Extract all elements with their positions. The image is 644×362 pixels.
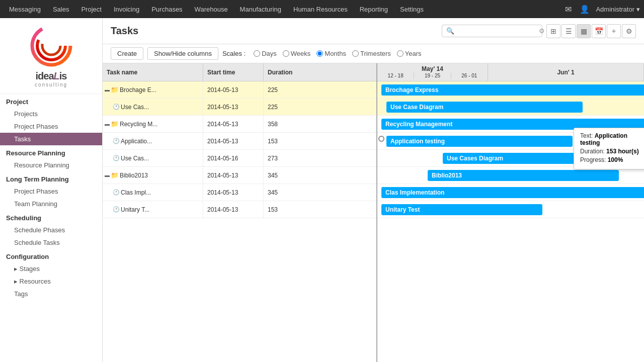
- scale-trimesters[interactable]: Trimesters: [352, 50, 391, 57]
- gantt-chart-rows: Brochage Express Use Case Diagram: [377, 81, 644, 218]
- nav-project[interactable]: Project: [76, 3, 106, 16]
- create-button[interactable]: Create: [111, 47, 143, 60]
- group-icon: 📁: [111, 171, 119, 179]
- bar-label: Use Cases Diagram: [447, 155, 503, 162]
- row-task-name: ▬ 📁 Brochage E...: [103, 81, 203, 98]
- clock-icon: 🕐: [113, 206, 120, 213]
- sidebar-item-schedule-phases[interactable]: Schedule Phases: [0, 224, 102, 236]
- nav-messaging[interactable]: Messaging: [4, 3, 46, 16]
- row-start: 2014-05-13: [203, 167, 264, 184]
- scale-months[interactable]: Months: [316, 50, 346, 57]
- chart-row-1: Use Case Diagram: [377, 99, 644, 116]
- gantt-bar-brochage[interactable]: Brochage Express: [381, 84, 644, 96]
- tooltip-progress-label: Progress:: [580, 156, 608, 163]
- row-start: 2014-05-13: [203, 81, 264, 98]
- show-hide-columns-button[interactable]: Show/Hide columns: [147, 47, 218, 60]
- sidebar-item-team-planning[interactable]: Team Planning: [0, 198, 102, 210]
- view-settings-button[interactable]: ⚙: [622, 24, 636, 38]
- top-navigation: Messaging Sales Project Invoicing Purcha…: [0, 0, 644, 18]
- page-title: Tasks: [111, 25, 138, 37]
- view-calendar-button[interactable]: 📅: [592, 24, 606, 38]
- table-row[interactable]: 🕐 Use Cas... 2014-05-13 225: [103, 99, 376, 116]
- chart-row-0: Brochage Express: [377, 81, 644, 99]
- row-duration: 345: [264, 167, 304, 184]
- nav-invoicing[interactable]: Invoicing: [109, 3, 144, 16]
- mail-icon[interactable]: ✉: [563, 3, 574, 16]
- gantt-table: Task name Start time Duration ▬ 📁 Brocha…: [103, 63, 377, 362]
- sidebar-section-scheduling: Scheduling: [0, 210, 102, 224]
- view-gantt-button[interactable]: ▦: [577, 24, 591, 38]
- scale-weeks[interactable]: Weeks: [283, 50, 311, 57]
- sidebar-section-resource-planning: Resource Planning: [0, 145, 102, 159]
- scale-years[interactable]: Years: [397, 50, 422, 57]
- user-menu[interactable]: Administrator ▾: [596, 6, 640, 13]
- sidebar-item-tasks[interactable]: Tasks: [0, 133, 102, 145]
- table-row[interactable]: 🕐 Use Cas... 2014-05-16 273: [103, 150, 376, 167]
- nav-sales[interactable]: Sales: [48, 3, 74, 16]
- sidebar: ideaLis consulting Project Projects Proj…: [0, 18, 103, 362]
- bar-label: Recycling Management: [385, 121, 452, 128]
- table-row[interactable]: 🕐 Applicatio... 2014-05-13 153: [103, 133, 376, 150]
- row-duration: 153: [264, 201, 304, 218]
- user-name: Administrator: [596, 6, 634, 13]
- gantt-container: Task name Start time Duration ▬ 📁 Brocha…: [103, 63, 644, 362]
- gantt-bar-apptest[interactable]: Application testing: [386, 136, 573, 147]
- sidebar-item-resources[interactable]: ▸ Resources: [0, 275, 102, 288]
- search-box[interactable]: 🔍 ⚙: [442, 25, 542, 37]
- row-start: 2014-05-16: [203, 150, 264, 166]
- gantt-table-header: Task name Start time Duration: [103, 63, 376, 81]
- view-kanban-button[interactable]: ⊞: [546, 24, 560, 38]
- nav-purchases[interactable]: Purchases: [146, 3, 187, 16]
- sidebar-item-project-phases-2[interactable]: Project Phases: [0, 185, 102, 198]
- expand-icon[interactable]: ▬: [105, 172, 110, 178]
- nav-manufacturing[interactable]: Manufacturing: [235, 3, 286, 16]
- row-start: 2014-05-13: [203, 184, 264, 201]
- bar-connector-left: [378, 136, 384, 142]
- sidebar-item-tags[interactable]: Tags: [0, 288, 102, 300]
- gantt-bar-usecase[interactable]: Use Case Diagram: [386, 102, 583, 113]
- task-name-text: Applicatio...: [121, 138, 152, 145]
- search-options-icon[interactable]: ⚙: [539, 27, 545, 35]
- sidebar-item-projects[interactable]: Projects: [0, 108, 102, 120]
- table-row[interactable]: 🕐 Clas Impl... 2014-05-13 345: [103, 184, 376, 201]
- tooltip-text-label: Text:: [580, 132, 595, 139]
- clock-icon: 🕐: [113, 155, 120, 161]
- sidebar-item-resource-planning[interactable]: Resource Planning: [0, 159, 102, 171]
- table-row[interactable]: ▬ 📁 Recycling M... 2014-05-13 358: [103, 116, 376, 133]
- tooltip-progress-value: 100%: [608, 156, 623, 163]
- sidebar-item-project-phases-1[interactable]: Project Phases: [0, 120, 102, 133]
- view-plus-button[interactable]: ＋: [607, 24, 621, 38]
- sidebar-item-schedule-tasks[interactable]: Schedule Tasks: [0, 236, 102, 249]
- bar-label: Brochage Express: [385, 86, 438, 94]
- tooltip-duration-row: Duration: 153 hour(s): [580, 148, 644, 155]
- task-name-text: Recycling M...: [120, 121, 157, 128]
- table-row[interactable]: 🕐 Unitary T... 2014-05-13 153: [103, 201, 376, 218]
- row-task-name: 🕐 Use Cas...: [103, 150, 203, 166]
- nav-reporting[interactable]: Reporting: [355, 3, 393, 16]
- col-header-start: Start time: [203, 63, 264, 81]
- chart-row-5: Biblio2013: [377, 167, 644, 184]
- sidebar-item-stages[interactable]: ▸ Stages: [0, 262, 102, 275]
- row-task-name: 🕐 Use Cas...: [103, 99, 203, 115]
- gantt-chart: May' 14 12 - 18 19 - 25 26 - 01 Jun' 1: [377, 63, 644, 362]
- date-range-1: 12 - 18: [377, 72, 414, 79]
- expand-icon[interactable]: ▬: [105, 121, 110, 127]
- gantt-bar-biblio[interactable]: Biblio2013: [428, 170, 619, 181]
- scale-days[interactable]: Days: [254, 50, 277, 57]
- row-duration: 345: [264, 184, 304, 201]
- search-input[interactable]: [456, 27, 537, 35]
- nav-human-resources[interactable]: Human Resources: [288, 3, 353, 16]
- sidebar-section-configuration: Configuration: [0, 249, 102, 262]
- sidebar-section-long-term: Long Term Planning: [0, 171, 102, 185]
- view-list-button[interactable]: ☰: [561, 24, 576, 38]
- svg-point-2: [42, 37, 60, 55]
- nav-settings[interactable]: Settings: [395, 3, 429, 16]
- nav-warehouse[interactable]: Warehouse: [190, 3, 233, 16]
- user-icon: 👤: [578, 3, 592, 16]
- gantt-bar-clas[interactable]: Clas Implementation: [381, 187, 644, 198]
- expand-icon[interactable]: ▬: [105, 87, 110, 93]
- table-row[interactable]: ▬ 📁 Biblio2013 2014-05-13 345: [103, 167, 376, 184]
- table-row[interactable]: ▬ 📁 Brochage E... 2014-05-13 225: [103, 81, 376, 99]
- sidebar-section-project: Project: [0, 94, 102, 108]
- gantt-bar-unitary[interactable]: Unitary Test: [381, 204, 542, 215]
